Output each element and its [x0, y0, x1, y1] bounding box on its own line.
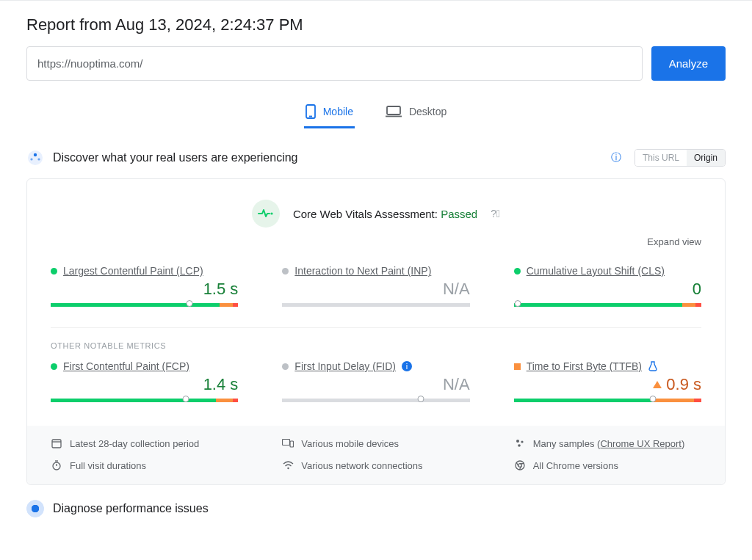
- status-square-avg-icon: [514, 363, 521, 370]
- metric-inp-bar: [282, 303, 469, 307]
- svg-rect-11: [283, 440, 290, 446]
- footer-samples-suffix: ): [682, 438, 684, 449]
- report-title: Report from Aug 13, 2024, 2:24:37 PM: [26, 15, 726, 34]
- metric-lcp-bar: [51, 303, 238, 307]
- svg-point-19: [287, 468, 289, 469]
- footer-durations: Full visit durations: [70, 460, 146, 471]
- metric-fid: First Input Delay (FID) i N/A: [282, 350, 469, 418]
- field-data-card: Core Web Vitals Assessment: Passed ?⃝ Ex…: [26, 178, 726, 485]
- calendar-icon: [51, 437, 62, 449]
- marker-icon: [649, 396, 656, 402]
- info-badge-icon[interactable]: i: [402, 361, 412, 371]
- other-metrics-label: OTHER NOTABLE METRICS: [51, 327, 701, 350]
- svg-rect-2: [387, 106, 400, 114]
- expand-view-button[interactable]: Expand view: [51, 236, 701, 247]
- assessment-text: Core Web Vitals Assessment: Passed: [293, 208, 477, 220]
- tab-desktop-label: Desktop: [409, 106, 446, 117]
- metric-fcp: First Contentful Paint (FCP) 1.4 s: [51, 350, 238, 418]
- svg-point-4: [28, 150, 43, 165]
- svg-point-5: [34, 153, 37, 156]
- samples-icon: [514, 437, 526, 449]
- footer-devices: Various mobile devices: [301, 438, 399, 449]
- diagnose-icon: [26, 500, 44, 517]
- metric-ttfb-value: 0.9 s: [514, 375, 701, 394]
- svg-point-13: [516, 440, 519, 443]
- assessment-status: Passed: [441, 208, 477, 220]
- tab-desktop[interactable]: Desktop: [384, 98, 448, 128]
- metric-fid-bar: [282, 399, 469, 402]
- help-icon[interactable]: ?⃝: [491, 208, 500, 219]
- toggle-origin[interactable]: Origin: [687, 150, 725, 166]
- footer-collection: Latest 28-day collection period: [70, 438, 199, 449]
- chrome-icon: [514, 459, 526, 471]
- status-dot-good-icon: [51, 363, 57, 370]
- url-input[interactable]: [26, 46, 643, 81]
- field-data-footer: Latest 28-day collection period Various …: [27, 426, 725, 484]
- metric-inp-value: N/A: [282, 280, 469, 299]
- analyze-button[interactable]: Analyze: [651, 46, 726, 81]
- metric-fid-name[interactable]: First Input Delay (FID): [294, 360, 396, 372]
- footer-versions: All Chrome versions: [533, 460, 618, 471]
- footer-samples-prefix: Many samples (: [533, 438, 601, 449]
- info-icon[interactable]: ⓘ: [611, 151, 621, 164]
- marker-icon: [182, 396, 189, 402]
- diagnose-title: Diagnose performance issues: [53, 502, 726, 515]
- metric-cls-bar: [514, 303, 701, 307]
- svg-point-6: [30, 158, 32, 160]
- metric-ttfb-bar: [514, 399, 701, 402]
- chrome-ux-report-link[interactable]: Chrome UX Report: [600, 438, 682, 449]
- footer-network: Various network connections: [301, 460, 422, 471]
- svg-point-7: [37, 158, 40, 160]
- metric-cls-value: 0: [514, 280, 701, 299]
- experimental-flask-icon[interactable]: [648, 361, 658, 371]
- svg-point-8: [270, 212, 272, 214]
- warning-triangle-icon: [653, 381, 662, 388]
- metric-lcp: Largest Contentful Paint (LCP) 1.5 s: [51, 255, 238, 323]
- metric-cls: Cumulative Layout Shift (CLS) 0: [514, 255, 701, 323]
- discover-icon: [26, 149, 44, 167]
- metric-fcp-value: 1.4 s: [51, 375, 238, 394]
- metric-fid-value: N/A: [282, 375, 469, 394]
- metric-ttfb-name[interactable]: Time to First Byte (TTFB): [527, 360, 642, 372]
- marker-icon: [418, 396, 424, 402]
- assessment-prefix: Core Web Vitals Assessment:: [293, 208, 441, 220]
- desktop-icon: [386, 106, 402, 117]
- metric-fcp-name[interactable]: First Contentful Paint (FCP): [63, 360, 189, 372]
- metric-inp: Interaction to Next Paint (INP) N/A: [282, 255, 469, 323]
- metric-cls-name[interactable]: Cumulative Layout Shift (CLS): [527, 265, 665, 277]
- status-dot-good-icon: [514, 268, 521, 274]
- metric-ttfb-value-text: 0.9 s: [666, 375, 701, 394]
- devices-icon: [282, 437, 294, 449]
- footer-samples: Many samples (Chrome UX Report): [533, 438, 685, 449]
- marker-icon: [514, 300, 521, 307]
- status-dot-na-icon: [282, 363, 289, 370]
- metric-ttfb: Time to First Byte (TTFB) 0.9 s: [514, 350, 701, 418]
- svg-point-15: [518, 444, 521, 447]
- discover-title: Discover what your real users are experi…: [53, 151, 602, 164]
- heartbeat-icon: [252, 200, 280, 228]
- tab-mobile-label: Mobile: [323, 106, 353, 117]
- tab-mobile[interactable]: Mobile: [304, 98, 355, 128]
- metric-lcp-name[interactable]: Largest Contentful Paint (LCP): [63, 265, 203, 277]
- marker-icon: [186, 300, 192, 307]
- timer-icon: [51, 459, 62, 471]
- svg-rect-12: [290, 441, 294, 447]
- metric-fcp-bar: [51, 399, 238, 402]
- wifi-icon: [282, 459, 294, 471]
- status-dot-good-icon: [51, 268, 57, 274]
- status-dot-na-icon: [282, 268, 289, 274]
- url-origin-toggle: This URL Origin: [634, 149, 726, 167]
- toggle-this-url[interactable]: This URL: [635, 150, 687, 166]
- svg-rect-9: [52, 440, 61, 448]
- metric-lcp-value: 1.5 s: [51, 280, 238, 299]
- mobile-icon: [306, 104, 316, 119]
- metric-inp-name[interactable]: Interaction to Next Paint (INP): [294, 265, 431, 277]
- device-tabs: Mobile Desktop: [26, 98, 726, 128]
- svg-point-14: [521, 440, 523, 443]
